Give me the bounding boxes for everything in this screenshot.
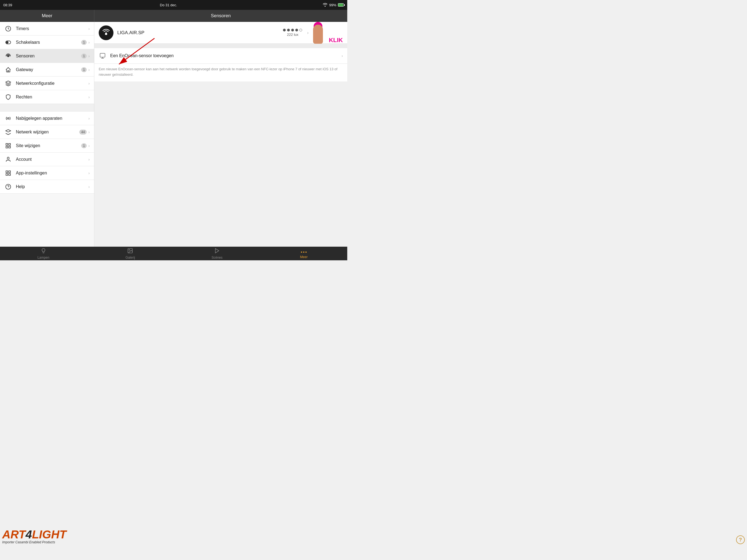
add-sensor-icon: [99, 52, 106, 59]
svg-marker-6: [6, 129, 11, 132]
gateway-icon: [4, 66, 12, 74]
add-sensor-section: Een EnOcean-sensor toevoegen › Een nieuw…: [94, 48, 347, 81]
svg-marker-4: [6, 81, 11, 83]
sidebar-label-help: Help: [16, 184, 88, 189]
sensor-lux: 222 lux: [287, 32, 298, 36]
tab-scenes[interactable]: Scènes: [174, 247, 261, 260]
tab-galerij[interactable]: Galerij: [87, 247, 174, 260]
chevron-nabijgelegen: ›: [88, 116, 90, 121]
svg-point-3: [7, 55, 9, 57]
sidebar-label-nabijgelegen: Nabijgelegen apparaten: [16, 116, 88, 121]
svg-rect-24: [100, 53, 105, 57]
tab-meer[interactable]: Meer: [261, 247, 347, 260]
sensor-device-icon: [99, 25, 113, 40]
chevron-site-wijzigen: ›: [88, 144, 90, 148]
chevron-help: ›: [88, 184, 90, 189]
tab-label-galerij: Galerij: [126, 256, 135, 259]
battery-icon: [338, 3, 344, 6]
sidebar-label-timers: Timers: [16, 26, 88, 31]
nearby-icon: [4, 114, 12, 122]
clock-icon: [4, 25, 12, 32]
svg-point-5: [7, 118, 9, 119]
scenes-icon: [214, 248, 220, 255]
chevron-timers: ›: [88, 27, 90, 31]
site-change-icon: [4, 142, 12, 150]
network-config-icon: [4, 80, 12, 87]
sidebar: Timers › Schakelaars 1 ›: [0, 22, 94, 247]
chevron-netwerkconfiguratie: ›: [88, 81, 90, 85]
sidebar-label-site-wijzigen: Site wijzigen: [16, 143, 81, 148]
sidebar-item-app-instellingen[interactable]: App-instellingen ›: [0, 166, 94, 180]
badge-site-wijzigen: 1: [81, 143, 87, 148]
chevron-sensoren: ›: [88, 54, 90, 58]
add-sensor-chevron: ›: [341, 54, 343, 58]
sidebar-item-site-wijzigen[interactable]: Site wijzigen 1 ›: [0, 139, 94, 153]
sidebar-label-app-instellingen: App-instellingen: [16, 171, 88, 176]
svg-rect-13: [9, 171, 10, 172]
sensor-name: LIGA.AIR.SP: [117, 30, 283, 35]
svg-marker-29: [215, 249, 219, 253]
svg-point-23: [106, 32, 107, 34]
header-left-title: Meer: [0, 10, 94, 22]
more-icon: [301, 248, 307, 255]
content-area: LIGA.AIR.SP 222 lux ›: [94, 22, 347, 81]
finger-indicator: [310, 22, 326, 44]
header: Meer Sensoren: [0, 10, 347, 22]
wifi-icon: [323, 3, 328, 7]
tab-label-lampen: Lampen: [37, 256, 49, 259]
lamp-icon: [41, 248, 47, 255]
svg-rect-14: [6, 173, 8, 175]
svg-rect-9: [6, 146, 8, 148]
help-icon: [4, 183, 12, 190]
sidebar-item-nabijgelegen[interactable]: Nabijgelegen apparaten ›: [0, 111, 94, 125]
sidebar-label-gateway: Gateway: [16, 67, 81, 72]
sidebar-label-netwerkconfiguratie: Netwerkconfiguratie: [16, 81, 88, 86]
tab-label-meer: Meer: [300, 255, 308, 259]
shield-icon: [4, 93, 12, 101]
add-sensor-button[interactable]: Een EnOcean-sensor toevoegen ›: [94, 48, 347, 64]
sensor-item-liga[interactable]: LIGA.AIR.SP 222 lux ›: [94, 22, 347, 44]
sidebar-item-rechten[interactable]: Rechten ›: [0, 90, 94, 104]
svg-rect-8: [9, 143, 10, 145]
sidebar-item-netwerkconfiguratie[interactable]: Netwerkconfiguratie ›: [0, 77, 94, 90]
tab-label-scenes: Scènes: [212, 256, 223, 259]
sensor-icon: [4, 52, 12, 60]
sidebar-label-account: Account: [16, 157, 88, 162]
sidebar-item-help[interactable]: Help ›: [0, 180, 94, 194]
chevron-app-instellingen: ›: [88, 171, 90, 175]
svg-point-32: [305, 252, 307, 253]
badge-netwerk-wijzigen: 44: [79, 130, 87, 134]
svg-point-28: [129, 249, 130, 250]
chevron-schakelaars: ›: [88, 40, 90, 45]
switch-icon: [4, 39, 12, 46]
header-right-title: Sensoren: [94, 13, 347, 19]
sidebar-item-sensoren[interactable]: Sensoren 1 ›: [0, 49, 94, 63]
tab-lampen[interactable]: Lampen: [0, 247, 87, 260]
sidebar-item-gateway[interactable]: Gateway 1 ›: [0, 63, 94, 77]
svg-rect-10: [9, 146, 10, 148]
settings-icon: [4, 169, 12, 177]
svg-point-31: [303, 252, 305, 253]
sidebar-item-netwerk-wijzigen[interactable]: Netwerk wijzigen 44 ›: [0, 125, 94, 139]
sidebar-item-account[interactable]: Account ›: [0, 153, 94, 166]
chevron-netwerk-wijzigen: ›: [88, 130, 90, 134]
status-date: Do 31 dec.: [160, 3, 177, 7]
sidebar-item-schakelaars[interactable]: Schakelaars 1 ›: [0, 35, 94, 49]
account-icon: [4, 156, 12, 163]
sidebar-label-netwerk-wijzigen: Netwerk wijzigen: [16, 130, 79, 134]
status-bar: 08:39 Do 31 dec. 99%: [0, 0, 347, 10]
status-time: 08:39: [3, 3, 12, 7]
sidebar-item-timers[interactable]: Timers ›: [0, 22, 94, 35]
gallery-icon: [127, 248, 133, 255]
add-sensor-label: Een EnOcean-sensor toevoegen: [110, 53, 341, 58]
svg-point-2: [6, 41, 8, 43]
add-sensor-description: Een nieuwe EnOcean-sensor kan aan het ne…: [94, 64, 347, 81]
klik-label: KLIK: [329, 36, 343, 44]
chevron-gateway: ›: [88, 68, 90, 72]
svg-point-11: [7, 157, 9, 159]
battery-indicator: 99%: [329, 3, 336, 7]
badge-schakelaars: 1: [81, 40, 87, 45]
sidebar-label-sensoren: Sensoren: [16, 54, 81, 58]
finger-klik-area: KLIK: [310, 22, 343, 44]
sensor-signal: 222 lux: [283, 29, 302, 36]
